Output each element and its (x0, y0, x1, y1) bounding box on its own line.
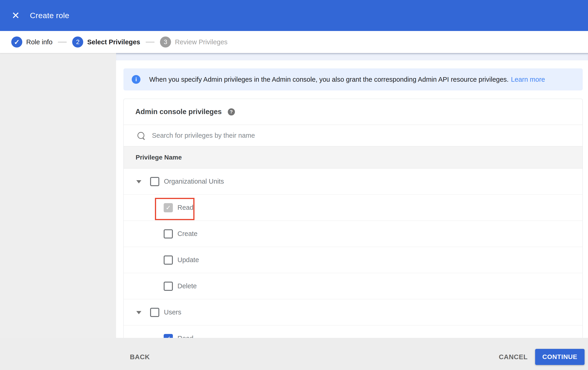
info-banner: i When you specify Admin privileges in t… (124, 68, 583, 90)
info-banner-text: When you specify Admin privileges in the… (149, 76, 545, 83)
step-connector (58, 42, 67, 42)
checkbox-organizational-units[interactable] (150, 177, 159, 186)
stepper: ✓ Role info 2 Select Privileges 3 Review… (0, 31, 588, 53)
checkbox-read-checked[interactable]: ✓ (164, 203, 173, 212)
page-title: Create role (30, 11, 69, 20)
close-icon[interactable]: ✕ (9, 9, 22, 22)
collapse-arrow-icon[interactable] (136, 311, 141, 314)
card-title-row: Admin console privileges ? (124, 99, 582, 125)
privilege-row-read[interactable]: ✓ Read (124, 195, 582, 221)
step-number-badge: 3 (160, 37, 171, 48)
step-review-privileges[interactable]: 3 Review Privileges (160, 37, 228, 48)
checkbox-users[interactable] (150, 308, 159, 317)
privilege-row-users[interactable]: Users (124, 299, 582, 325)
step-label: Review Privileges (175, 38, 228, 46)
step-select-privileges[interactable]: 2 Select Privileges (72, 37, 140, 48)
step-connector (146, 42, 155, 42)
privilege-label: Read (178, 204, 193, 211)
checkbox-create[interactable] (164, 229, 173, 239)
privilege-label: Update (178, 256, 199, 263)
privilege-row-create[interactable]: Create (124, 221, 582, 247)
continue-button[interactable]: CONTINUE (535, 349, 585, 365)
step-number-badge: 2 (72, 37, 83, 48)
search-icon (137, 131, 145, 140)
step-role-info[interactable]: ✓ Role info (11, 37, 52, 48)
column-header-privilege-name: Privilege Name (136, 154, 182, 161)
privilege-row-delete[interactable]: Delete (124, 273, 582, 299)
privilege-row-update[interactable]: Update (124, 247, 582, 273)
help-icon[interactable]: ? (228, 108, 235, 115)
cancel-button[interactable]: CANCEL (499, 349, 528, 365)
checkbox-update[interactable] (164, 255, 173, 265)
scrolled-content-edge (116, 53, 588, 60)
search-input[interactable]: Search for privileges by their name (152, 132, 255, 139)
collapse-arrow-icon[interactable] (136, 180, 141, 183)
back-button[interactable]: BACK (130, 349, 150, 365)
appbar: ✕ Create role (0, 0, 588, 31)
step-label: Select Privileges (87, 38, 140, 46)
card-title: Admin console privileges (135, 108, 222, 116)
checkbox-delete[interactable] (164, 282, 173, 291)
info-banner-message: When you specify Admin privileges in the… (149, 76, 509, 83)
privilege-label: Delete (178, 282, 197, 290)
footer-bar: BACK CANCEL CONTINUE (0, 338, 588, 370)
left-sidebar (0, 53, 116, 370)
check-icon: ✓ (14, 38, 20, 46)
step-complete-icon: ✓ (11, 37, 22, 48)
main-content: i When you specify Admin privileges in t… (116, 53, 588, 370)
table-header: Privilege Name (124, 146, 582, 169)
privilege-label: Create (178, 230, 198, 237)
info-icon: i (132, 75, 140, 84)
privilege-label: Users (164, 308, 181, 316)
privilege-label: Organizational Units (164, 177, 224, 185)
privilege-row-organizational-units[interactable]: Organizational Units (124, 169, 582, 195)
learn-more-link[interactable]: Learn more (511, 76, 545, 83)
privilege-search[interactable]: Search for privileges by their name (124, 125, 582, 146)
step-label: Role info (26, 38, 52, 46)
privileges-card: Admin console privileges ? Search for pr… (124, 99, 583, 338)
